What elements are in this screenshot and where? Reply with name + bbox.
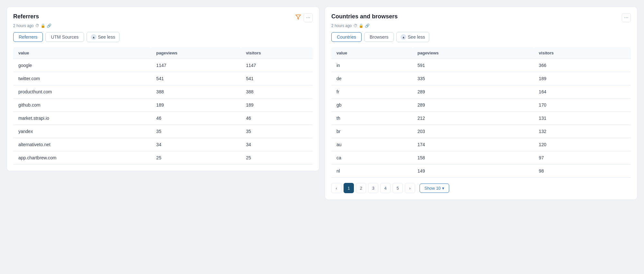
referrers-tab-bar: Referrers UTM Sources ▲ See less	[13, 32, 313, 42]
pagination-page-5[interactable]: 5	[393, 183, 403, 193]
filter-icon[interactable]	[295, 14, 301, 21]
table-row: fr 289 164	[331, 85, 631, 99]
cell-pageviews: 203	[412, 125, 534, 138]
cell-pageviews: 25	[151, 151, 241, 165]
cell-value: alternativeto.net	[13, 138, 151, 151]
cell-pageviews: 1147	[151, 59, 241, 72]
cell-visitors: 189	[534, 72, 631, 85]
pagination-page-4[interactable]: 4	[380, 183, 391, 193]
table-row: market.strapi.io 46 46	[13, 112, 313, 125]
countries-table-header-row: value pageviews visitors	[331, 47, 631, 59]
table-row: google 1147 1147	[13, 59, 313, 72]
show-10-button[interactable]: Show 10 ▾	[420, 184, 449, 193]
tab-countries[interactable]: Countries	[331, 32, 362, 42]
countries-more-button[interactable]: ···	[622, 13, 631, 22]
referrers-title: Referrers	[13, 13, 39, 20]
cell-country: au	[331, 138, 412, 151]
cell-country: gb	[331, 99, 412, 112]
cell-value: app.chartbrew.com	[13, 151, 151, 165]
see-less-button-referrers[interactable]: ▲ See less	[87, 32, 119, 42]
cell-visitors: 366	[534, 59, 631, 72]
cell-pageviews: 388	[151, 85, 241, 99]
table-row: au 174 120	[331, 138, 631, 151]
countries-title: Countries and browsers	[331, 13, 398, 20]
pagination-prev-button[interactable]: ‹	[331, 183, 342, 193]
cell-country: br	[331, 125, 412, 138]
cell-country: th	[331, 112, 412, 125]
lock-icon-2: 🔒	[359, 24, 364, 28]
pagination-page-2[interactable]: 2	[356, 183, 366, 193]
table-row: de 335 189	[331, 72, 631, 85]
svg-marker-0	[296, 15, 301, 19]
cell-pageviews: 335	[412, 72, 534, 85]
countries-timestamp: 2 hours ago	[331, 24, 352, 28]
chevron-up-icon: ▲	[91, 34, 97, 40]
table-row: producthunt.com 388 388	[13, 85, 313, 99]
cell-pageviews: 46	[151, 112, 241, 125]
cell-pageviews: 158	[412, 151, 534, 165]
cell-country: in	[331, 59, 412, 72]
cell-visitors: 34	[241, 138, 313, 151]
pagination-page-1[interactable]: 1	[344, 183, 354, 193]
referrers-panel: Referrers ··· 2 hours ago ⏱ 🔒 🔗 Referrer…	[6, 6, 319, 171]
cell-pageviews: 591	[412, 59, 534, 72]
cell-visitors: 131	[534, 112, 631, 125]
referrers-actions: ···	[295, 13, 313, 22]
countries-meta-icons: ⏱ 🔒 🔗	[354, 24, 370, 28]
tab-browsers[interactable]: Browsers	[364, 32, 394, 42]
table-row: ca 158 97	[331, 151, 631, 165]
cell-pageviews: 149	[412, 165, 534, 178]
cell-pageviews: 289	[412, 99, 534, 112]
referrers-timestamp: 2 hours ago	[13, 24, 33, 28]
cell-pageviews: 212	[412, 112, 534, 125]
referrers-meta: 2 hours ago ⏱ 🔒 🔗	[13, 24, 313, 28]
chevron-up-icon-2: ▲	[401, 34, 406, 40]
table-row: app.chartbrew.com 25 25	[13, 151, 313, 165]
referrers-table: value pageviews visitors google 1147 114…	[13, 47, 313, 165]
table-row: alternativeto.net 34 34	[13, 138, 313, 151]
tab-referrers[interactable]: Referrers	[13, 32, 43, 42]
cell-pageviews: 189	[151, 99, 241, 112]
cell-visitors: 541	[241, 72, 313, 85]
cell-value: producthunt.com	[13, 85, 151, 99]
lock-icon: 🔒	[41, 24, 45, 28]
cell-country: fr	[331, 85, 412, 99]
countries-panel: Countries and browsers ··· 2 hours ago ⏱…	[325, 6, 638, 200]
cell-visitors: 170	[534, 99, 631, 112]
table-row: yandex 35 35	[13, 125, 313, 138]
cell-visitors: 388	[241, 85, 313, 99]
share-icon-2: 🔗	[365, 24, 370, 28]
cell-pageviews: 541	[151, 72, 241, 85]
see-less-button-countries[interactable]: ▲ See less	[396, 32, 429, 42]
tab-utm-sources[interactable]: UTM Sources	[45, 32, 84, 42]
countries-table: value pageviews visitors in 591 366 de 3…	[331, 47, 631, 178]
cell-visitors: 25	[241, 151, 313, 165]
see-less-label-2: See less	[408, 34, 425, 40]
table-row: in 591 366	[331, 59, 631, 72]
dropdown-arrow-icon: ▾	[442, 186, 444, 191]
cell-value: twitter.com	[13, 72, 151, 85]
clock-icon: ⏱	[35, 24, 39, 28]
cell-value: google	[13, 59, 151, 72]
referrers-more-button[interactable]: ···	[304, 13, 313, 22]
cell-pageviews: 34	[151, 138, 241, 151]
cell-country: ca	[331, 151, 412, 165]
table-row: nl 149 98	[331, 165, 631, 178]
pagination-next-button[interactable]: ›	[405, 183, 415, 193]
pagination-page-3[interactable]: 3	[368, 183, 378, 193]
countries-header: Countries and browsers ···	[331, 13, 631, 22]
col-country-visitors: visitors	[534, 47, 631, 59]
cell-value: github.com	[13, 99, 151, 112]
col-country-value: value	[331, 47, 412, 59]
see-less-label: See less	[98, 34, 115, 40]
table-row: github.com 189 189	[13, 99, 313, 112]
referrers-table-header-row: value pageviews visitors	[13, 47, 313, 59]
cell-pageviews: 174	[412, 138, 534, 151]
referrers-meta-icons: ⏱ 🔒 🔗	[35, 24, 52, 28]
cell-visitors: 35	[241, 125, 313, 138]
countries-tab-bar: Countries Browsers ▲ See less	[331, 32, 631, 42]
cell-visitors: 1147	[241, 59, 313, 72]
cell-value: yandex	[13, 125, 151, 138]
table-row: gb 289 170	[331, 99, 631, 112]
referrers-header: Referrers ···	[13, 13, 313, 22]
